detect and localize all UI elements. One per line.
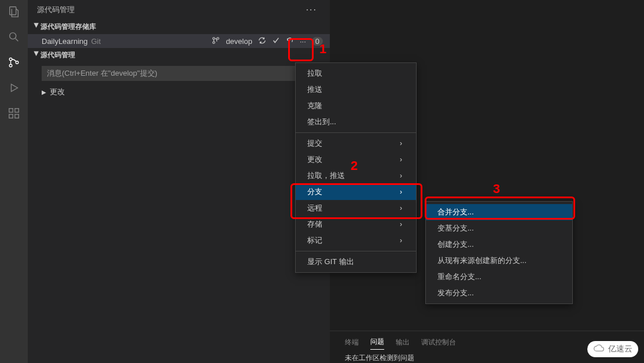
chevron-right-icon: › [400, 204, 402, 212]
tab-debug-console[interactable]: 调试控制台 [421, 335, 456, 350]
menu-pull[interactable]: 拉取 [296, 65, 416, 82]
commit-placeholder: 消息(Ctrl+Enter 在"develop"提交) [47, 68, 157, 79]
menu-show-git-output[interactable]: 显示 GIT 输出 [296, 254, 416, 270]
svg-point-11 [217, 37, 219, 39]
tab-terminal[interactable]: 终端 [345, 335, 359, 350]
sidebar-title: 源代码管理 [37, 5, 75, 15]
repo-toolbar: develop ··· 0 [212, 36, 323, 46]
svg-point-4 [16, 61, 19, 64]
section-label: 源代码管理 [41, 50, 75, 60]
menu-changes[interactable]: 更改› [296, 151, 416, 168]
menu-separator [296, 251, 416, 251]
scm-section-header[interactable]: ▶ 源代码管理 [28, 48, 330, 62]
chevron-right-icon: ▶ [42, 89, 50, 95]
svg-point-2 [9, 58, 12, 61]
repos-section-header[interactable]: ▶ 源代码管理存储库 [28, 20, 330, 34]
watermark-badge: 亿速云 [587, 341, 638, 357]
more-actions-icon[interactable]: ··· [306, 5, 321, 15]
svg-point-1 [10, 33, 16, 39]
menu-pull-push[interactable]: 拉取，推送› [296, 168, 416, 184]
submenu-publish-branch[interactable]: 发布分支... [426, 285, 572, 301]
svg-rect-0 [10, 7, 16, 15]
sidebar-header: 源代码管理 ··· [28, 0, 330, 20]
branch-name: develop [226, 37, 252, 46]
branch-icon[interactable] [212, 36, 220, 46]
chevron-down-icon: ▶ [34, 51, 40, 60]
section-label: 更改 [50, 87, 65, 97]
chevron-right-icon: › [400, 139, 402, 147]
menu-separator [296, 132, 416, 133]
menu-tag[interactable]: 标记› [296, 232, 416, 249]
svg-rect-7 [9, 114, 13, 118]
sync-icon[interactable] [258, 36, 266, 46]
source-control-icon[interactable] [7, 55, 21, 69]
chevron-right-icon: › [400, 155, 402, 164]
chevron-down-icon: ▶ [34, 23, 40, 31]
menu-branch[interactable]: 分支› [296, 184, 416, 200]
menu-commit[interactable]: 提交› [296, 135, 416, 151]
branch-submenu: 合并分支... 变基分支... 创建分支... 从现有来源创建新的分支... 重… [425, 201, 573, 304]
repository-row[interactable]: DailyLearning Git develop ··· 0 [28, 34, 330, 48]
section-label: 源代码管理存储库 [41, 22, 96, 32]
chevron-right-icon: › [400, 172, 402, 180]
chevron-right-icon: › [400, 220, 402, 228]
files-icon[interactable] [7, 5, 21, 18]
watermark-text: 亿速云 [608, 344, 632, 354]
menu-remote[interactable]: 远程› [296, 200, 416, 216]
svg-rect-8 [15, 114, 19, 118]
chevron-right-icon: › [400, 236, 402, 245]
commit-icon[interactable] [272, 36, 280, 46]
chevron-right-icon: › [400, 188, 402, 196]
debug-icon[interactable] [7, 81, 21, 95]
svg-point-3 [9, 64, 12, 67]
search-icon[interactable] [7, 30, 21, 44]
scm-context-menu: 拉取 推送 克隆 签出到... 提交› 更改› 拉取，推送› 分支› 远程› 存… [295, 62, 417, 273]
repo-more-icon[interactable]: ··· [300, 37, 306, 46]
extensions-icon[interactable] [7, 106, 21, 120]
change-count-badge: 0 [312, 37, 323, 46]
repo-name: DailyLearning [42, 37, 88, 46]
repo-type: Git [91, 37, 101, 46]
svg-rect-6 [15, 109, 19, 112]
menu-clone[interactable]: 克隆 [296, 98, 416, 114]
changes-section-header[interactable]: ▶ 更改 [28, 84, 330, 99]
menu-checkout[interactable]: 签出到... [296, 114, 416, 130]
tab-problems[interactable]: 问题 [370, 335, 384, 350]
svg-point-10 [213, 41, 215, 43]
commit-message-input[interactable]: 消息(Ctrl+Enter 在"develop"提交) [42, 66, 323, 81]
source-control-sidebar: 源代码管理 ··· ▶ 源代码管理存储库 DailyLearning Git d… [28, 0, 330, 363]
tab-output[interactable]: 输出 [396, 335, 410, 350]
activity-bar [0, 0, 28, 363]
refresh-icon[interactable] [286, 36, 294, 46]
svg-rect-5 [9, 109, 13, 112]
menu-push[interactable]: 推送 [296, 82, 416, 98]
submenu-create-branch-from[interactable]: 从现有来源创建新的分支... [426, 253, 572, 269]
svg-point-9 [213, 37, 215, 39]
submenu-rename-branch[interactable]: 重命名分支... [426, 269, 572, 285]
submenu-merge-branch[interactable]: 合并分支... [426, 204, 572, 220]
submenu-create-branch[interactable]: 创建分支... [426, 236, 572, 253]
menu-stash[interactable]: 存储› [296, 216, 416, 232]
submenu-rebase-branch[interactable]: 变基分支... [426, 220, 572, 236]
